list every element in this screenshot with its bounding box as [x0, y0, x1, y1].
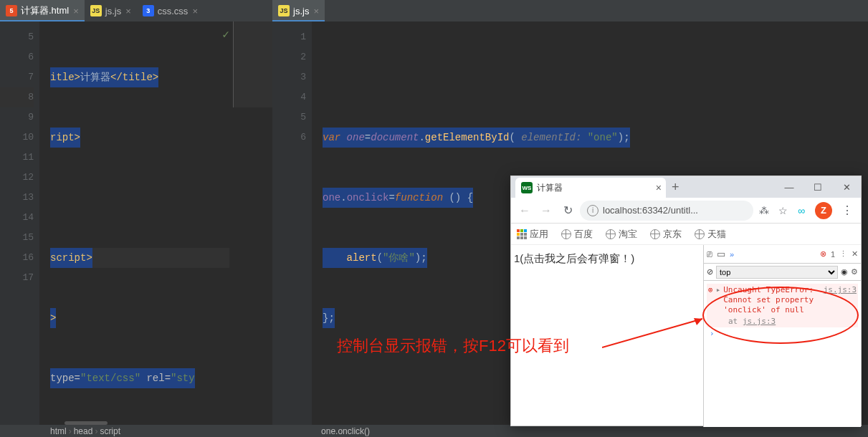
- bookmark-tmall[interactable]: 天猫: [695, 228, 726, 241]
- css-file-icon: 3: [143, 5, 154, 16]
- devtools-menu-icon[interactable]: ⋮: [839, 249, 847, 259]
- close-icon[interactable]: ×: [313, 6, 319, 16]
- tab-label: css.css: [158, 6, 189, 16]
- stack-location[interactable]: js.js:3: [743, 317, 776, 326]
- devtools-tabs: ⎚ ▭ » ⊗ 1 ⋮ ✕: [704, 245, 861, 264]
- browser-titlebar: WS 计算器 × + — ☐ ✕: [511, 176, 861, 198]
- url-bar[interactable]: i localhost:63342/untitl...: [580, 201, 753, 221]
- overflow-icon[interactable]: »: [730, 250, 816, 259]
- tab-js-left[interactable]: JS js.js ×: [85, 0, 137, 21]
- breadcrumb-left[interactable]: html›head›script: [0, 426, 120, 436]
- bookmark-taobao[interactable]: 淘宝: [606, 228, 637, 241]
- left-editor-pane: 5 计算器.html × JS js.js × 3 css.css × 567 …: [0, 0, 272, 425]
- tab-label: 计算器.html: [21, 4, 69, 17]
- html-file-icon: 5: [6, 5, 17, 16]
- bookmark-jd[interactable]: 京东: [650, 228, 682, 241]
- browser-toolbar: ← → ↻ i localhost:63342/untitl... ⁂ ☆ ∞ …: [511, 198, 861, 224]
- inspect-icon[interactable]: ⎚: [707, 249, 712, 259]
- bookmarks-bar: 应用 百度 淘宝 京东 天猫: [511, 224, 861, 245]
- tab-js-right[interactable]: JS js.js ×: [272, 0, 325, 21]
- tab-label: js.js: [105, 6, 121, 16]
- menu-icon[interactable]: ⋮: [838, 203, 857, 217]
- extension-icon[interactable]: ∞: [793, 205, 809, 216]
- back-icon[interactable]: ←: [515, 204, 534, 217]
- apps-button[interactable]: 应用: [517, 228, 548, 241]
- left-gutter: 567 8910 111213 141516 17: [0, 21, 39, 425]
- console-output[interactable]: ⊗ ▸ Uncaught TypeError: js.js:3 Cannot s…: [704, 281, 861, 342]
- site-icon: WS: [521, 182, 533, 193]
- close-icon[interactable]: ×: [192, 6, 198, 16]
- close-icon[interactable]: ×: [73, 6, 79, 16]
- window-close-icon[interactable]: ✕: [832, 182, 861, 193]
- avatar[interactable]: Z: [815, 202, 832, 219]
- error-body: Cannot set property 'onclick' of null: [723, 295, 814, 314]
- devtools-panel: ⎚ ▭ » ⊗ 1 ⋮ ✕ ⊘ top ◉ ⚙ ⊗ ▸ Uncaught Typ: [703, 245, 861, 427]
- clear-icon[interactable]: ⊘: [707, 267, 713, 277]
- translate-icon[interactable]: ⁂: [756, 205, 772, 216]
- error-title: Uncaught TypeError:: [723, 285, 814, 294]
- minimap[interactable]: [233, 21, 272, 107]
- globe-icon: [606, 229, 616, 239]
- device-icon[interactable]: ▭: [717, 249, 725, 259]
- right-gutter: 123 456: [272, 21, 312, 425]
- gear-icon[interactable]: ⚙: [851, 267, 858, 277]
- minimize-icon[interactable]: —: [775, 182, 803, 193]
- devtools-close-icon[interactable]: ✕: [852, 249, 858, 259]
- error-count: 1: [831, 250, 835, 259]
- error-icon: ⊗: [708, 285, 713, 315]
- context-select[interactable]: top: [716, 266, 838, 279]
- error-stack: at js.js:3: [707, 317, 858, 327]
- bookmark-baidu[interactable]: 百度: [561, 228, 593, 241]
- new-tab-button[interactable]: +: [672, 180, 679, 195]
- browser-window: WS 计算器 × + — ☐ ✕ ← → ↻ i localhost:63342…: [510, 176, 862, 426]
- browser-tab[interactable]: WS 计算器 ×: [515, 178, 666, 198]
- reload-icon[interactable]: ↻: [558, 203, 577, 217]
- js-file-icon: JS: [90, 5, 102, 16]
- left-code[interactable]: itle>计算器</title> ript> script> > type="t…: [39, 21, 229, 425]
- tab-calculator-html[interactable]: 5 计算器.html ×: [0, 0, 85, 21]
- filter-icon[interactable]: ◉: [841, 267, 848, 277]
- console-prompt[interactable]: ›: [707, 327, 858, 340]
- url-text: localhost:63342/untitl...: [603, 205, 698, 216]
- breadcrumb-right[interactable]: one.onclick(): [120, 426, 370, 436]
- close-icon[interactable]: ×: [656, 182, 662, 193]
- page-text[interactable]: 1(点击我之后会有弹窗！): [514, 252, 634, 264]
- console-filter: ⊘ top ◉ ⚙: [704, 264, 861, 281]
- tab-label: js.js: [293, 6, 309, 16]
- star-icon[interactable]: ☆: [775, 205, 791, 216]
- left-tabs: 5 计算器.html × JS js.js × 3 css.css ×: [0, 0, 272, 21]
- page-content: 1(点击我之后会有弹窗！): [511, 245, 703, 427]
- globe-icon: [650, 229, 660, 239]
- site-info-icon[interactable]: i: [587, 205, 598, 216]
- maximize-icon[interactable]: ☐: [803, 182, 832, 193]
- close-icon[interactable]: ×: [125, 6, 131, 16]
- error-location[interactable]: js.js:3: [824, 285, 857, 295]
- forward-icon[interactable]: →: [537, 204, 555, 217]
- globe-icon: [561, 229, 571, 239]
- right-tabs: JS js.js ×: [272, 0, 868, 21]
- globe-icon: [695, 229, 705, 239]
- js-file-icon: JS: [278, 5, 290, 16]
- tab-css[interactable]: 3 css.css ×: [137, 0, 204, 21]
- browser-tab-title: 计算器: [537, 182, 563, 194]
- error-icon: ⊗: [820, 249, 826, 259]
